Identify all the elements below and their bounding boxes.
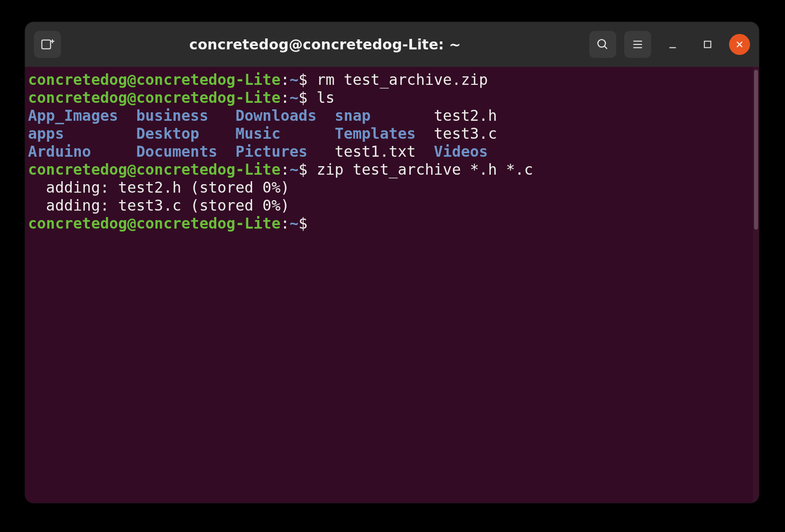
svg-rect-0 [42,40,51,49]
maximize-button[interactable] [694,31,721,58]
scrollbar[interactable] [753,67,759,503]
svg-point-3 [598,39,605,47]
title-bar: concretedog@concretedog-Lite: ~ [25,22,759,67]
terminal-output[interactable]: concretedog@concretedog-Lite:~$ rm test_… [25,67,753,503]
svg-line-4 [604,46,607,48]
svg-rect-9 [705,41,711,48]
search-button[interactable] [589,31,616,58]
close-button[interactable] [729,34,750,55]
terminal-body: concretedog@concretedog-Lite:~$ rm test_… [25,67,759,503]
new-tab-button[interactable] [34,31,61,58]
scrollbar-thumb[interactable] [754,70,758,230]
window-title: concretedog@concretedog-Lite: ~ [189,36,461,53]
menu-button[interactable] [624,31,651,58]
terminal-window: concretedog@concretedog-Lite: ~ [25,22,759,503]
minimize-button[interactable] [659,31,686,58]
